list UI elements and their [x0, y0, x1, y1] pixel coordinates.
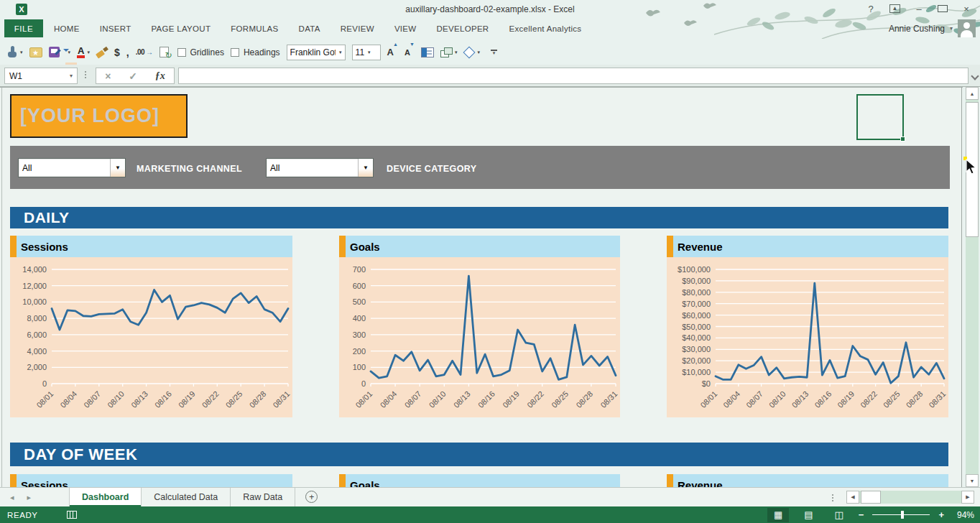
sheet-tab-dashboard[interactable]: Dashboard: [69, 488, 142, 506]
scroll-left-icon[interactable]: ◀: [846, 491, 859, 504]
account-menu[interactable]: Annie Cushing ▾: [889, 19, 976, 38]
macro-record-icon[interactable]: [67, 511, 77, 519]
increase-font-size-button[interactable]: A▲: [387, 45, 398, 60]
font-name-select[interactable]: Franklin Goth▾: [287, 45, 346, 60]
excel-window: X auxillary-dashboard-02-example.xlsx - …: [0, 0, 980, 523]
sheet-tab-calculated-data[interactable]: Calculated Data: [142, 488, 231, 506]
horizontal-scrollbar[interactable]: ◀ ▶: [846, 491, 974, 504]
tab-home[interactable]: HOME: [44, 24, 90, 33]
section-header-daily: DAILY: [10, 207, 948, 228]
svg-text:08/22: 08/22: [200, 389, 221, 409]
svg-text:$90,000: $90,000: [682, 277, 711, 285]
svg-text:500: 500: [353, 297, 366, 306]
combo-dropdown-icon[interactable]: ▼: [110, 159, 125, 177]
zoom-out-button[interactable]: −: [859, 509, 864, 520]
avatar[interactable]: [958, 19, 976, 37]
properties-button[interactable]: [421, 45, 434, 60]
decrease-font-size-button[interactable]: A▼: [405, 45, 415, 60]
marketing-channel-select[interactable]: All ▼: [18, 158, 126, 177]
tab-excellent-analytics[interactable]: Excellent Analytics: [499, 24, 591, 33]
touch-hand-icon: [7, 46, 18, 58]
svg-text:08/07: 08/07: [82, 389, 102, 409]
headings-toggle[interactable]: Headings: [231, 45, 280, 60]
name-box-dropdown-icon[interactable]: ▾: [70, 73, 73, 79]
comma-style-button[interactable]: ,: [126, 45, 129, 60]
tab-page-layout[interactable]: PAGE LAYOUT: [141, 24, 221, 33]
headings-checkbox[interactable]: [231, 48, 239, 57]
svg-text:400: 400: [353, 314, 366, 323]
daily-sessions-chart[interactable]: 14,00012,00010,0008,0006,0004,0002,00000…: [10, 257, 292, 417]
zoom-slider[interactable]: [872, 514, 930, 515]
svg-text:08/10: 08/10: [106, 389, 126, 409]
selection-pane-button[interactable]: ▾: [463, 45, 480, 60]
daily-goals-chart[interactable]: 700600500400300200100008/0108/0408/0708/…: [339, 257, 620, 417]
daily-revenue-chart[interactable]: $100,000$90,000$80,000$70,000$60,000$50,…: [667, 257, 948, 417]
combo-dropdown-icon[interactable]: ▼: [358, 159, 373, 177]
font-size-select[interactable]: 11▾: [352, 45, 381, 60]
ribbon-display-options-icon[interactable]: ▲: [889, 4, 900, 13]
svg-text:08/28: 08/28: [574, 389, 594, 409]
svg-text:08/31: 08/31: [598, 389, 619, 409]
expand-formula-bar-icon[interactable]: [971, 72, 979, 80]
zoom-in-button[interactable]: +: [938, 509, 944, 520]
tab-data[interactable]: DATA: [289, 24, 330, 33]
orange-accent-bar: [10, 236, 17, 257]
marketing-channel-label: MARKETING CHANNEL: [137, 164, 242, 174]
insert-function-icon[interactable]: ƒx: [155, 70, 165, 82]
svg-text:08/04: 08/04: [379, 389, 399, 409]
svg-text:$60,000: $60,000: [682, 311, 711, 320]
tab-insert[interactable]: INSERT: [90, 24, 142, 33]
zoom-slider-thumb[interactable]: [901, 511, 904, 519]
scroll-down-icon[interactable]: ▼: [966, 474, 979, 487]
svg-text:08/19: 08/19: [501, 389, 521, 409]
gridlines-checkbox[interactable]: [177, 48, 186, 57]
font-color-button[interactable]: A▾: [77, 45, 90, 60]
page-layout-view-icon[interactable]: ▤: [798, 508, 819, 522]
help-icon[interactable]: ?: [866, 4, 876, 14]
orange-accent-bar: [339, 236, 346, 257]
svg-text:200: 200: [353, 347, 366, 356]
chart-header-dow-revenue: Revenue: [667, 474, 948, 487]
restore-icon[interactable]: [938, 5, 948, 12]
formula-input[interactable]: [178, 68, 969, 84]
cancel-entry-icon[interactable]: ×: [105, 70, 111, 82]
tab-view[interactable]: VIEW: [384, 24, 427, 33]
tab-file[interactable]: FILE: [4, 19, 43, 37]
new-sheet-button[interactable]: +: [305, 491, 318, 503]
touch-mode-button[interactable]: ▾: [7, 45, 23, 60]
device-category-select[interactable]: All ▼: [266, 158, 374, 177]
normal-view-icon[interactable]: ▦: [767, 508, 789, 522]
tab-developer[interactable]: DEVELOPER: [426, 24, 499, 33]
minimize-icon[interactable]: –: [914, 4, 924, 14]
format-painter-button[interactable]: [96, 45, 108, 60]
gridlines-toggle[interactable]: Gridlines: [177, 45, 224, 60]
scroll-right-icon[interactable]: ▶: [961, 491, 974, 504]
prev-sheet-icon[interactable]: ◂: [10, 493, 14, 502]
svg-text:10,000: 10,000: [22, 297, 47, 306]
page-break-view-icon[interactable]: ◫: [828, 508, 850, 522]
tab-formulas[interactable]: FORMULAS: [221, 24, 288, 33]
customize-toolbar-button[interactable]: ▾: [491, 50, 497, 55]
accounting-format-button[interactable]: $: [114, 45, 120, 60]
vertical-scrollbar[interactable]: ▲ ▼: [966, 87, 979, 487]
svg-text:08/28: 08/28: [248, 389, 268, 409]
next-sheet-icon[interactable]: ▸: [27, 493, 32, 502]
svg-text:$0: $0: [702, 379, 711, 388]
fill-color-button[interactable]: ▾: [66, 45, 71, 60]
arrange-windows-button[interactable]: ▾: [440, 45, 458, 60]
close-icon[interactable]: ×: [961, 4, 971, 14]
name-box[interactable]: W1 ▾: [4, 68, 78, 84]
decrease-decimal-button[interactable]: .00→: [136, 45, 153, 60]
worksheet-area[interactable]: [YOUR LOGO] All ▼ MARKETING CHANNEL All …: [0, 87, 963, 487]
scroll-up-icon[interactable]: ▲: [966, 87, 979, 100]
tab-review[interactable]: REVIEW: [330, 24, 384, 33]
zoom-level: 94%: [953, 510, 974, 520]
save-as-button[interactable]: [49, 45, 60, 60]
confirm-entry-icon[interactable]: ✓: [129, 70, 137, 82]
sheet-tab-raw-data[interactable]: Raw Data: [231, 488, 295, 506]
svg-text:6,000: 6,000: [27, 330, 47, 339]
horizontal-scrollbar-thumb[interactable]: [861, 491, 881, 504]
svg-text:2,000: 2,000: [27, 363, 47, 371]
refresh-all-button[interactable]: ↻: [160, 45, 171, 60]
favorites-folder-button[interactable]: ★: [29, 45, 42, 60]
